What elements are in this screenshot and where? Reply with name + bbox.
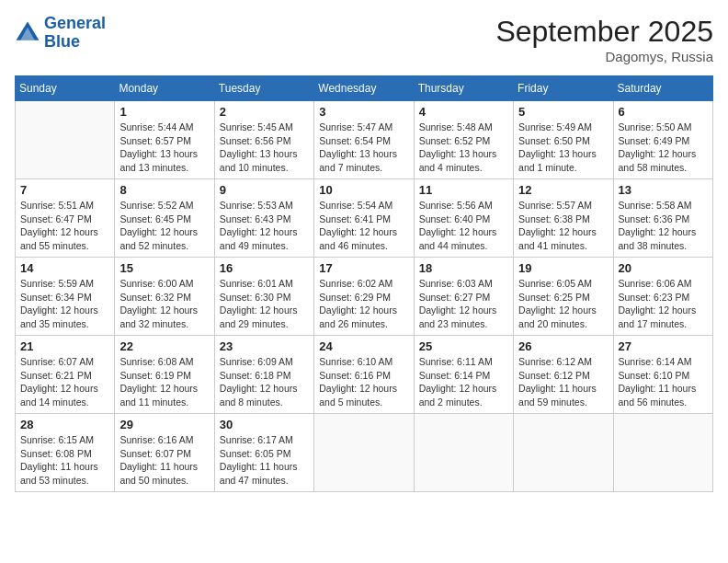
daylight-text: Daylight: 11 hours and 53 minutes. xyxy=(20,460,109,487)
day-number: 19 xyxy=(518,261,608,275)
sunrise-text: Sunrise: 6:14 AM xyxy=(619,355,708,369)
calendar-cell: 30Sunrise: 6:17 AMSunset: 6:05 PMDayligh… xyxy=(214,414,313,492)
day-info: Sunrise: 6:17 AMSunset: 6:05 PMDaylight:… xyxy=(220,433,309,488)
sunset-text: Sunset: 6:29 PM xyxy=(319,291,408,304)
day-number: 21 xyxy=(20,339,109,353)
day-info: Sunrise: 5:47 AMSunset: 6:54 PMDaylight:… xyxy=(319,121,408,175)
day-info: Sunrise: 6:10 AMSunset: 6:16 PMDaylight:… xyxy=(319,355,408,409)
sunset-text: Sunset: 6:23 PM xyxy=(619,291,708,304)
calendar-cell: 24Sunrise: 6:10 AMSunset: 6:16 PMDayligh… xyxy=(314,336,414,414)
logo-text: General Blue xyxy=(44,15,106,52)
calendar-cell: 18Sunrise: 6:03 AMSunset: 6:27 PMDayligh… xyxy=(414,258,513,336)
daylight-text: Daylight: 12 hours and 11 minutes. xyxy=(119,382,209,408)
day-info: Sunrise: 6:14 AMSunset: 6:10 PMDaylight:… xyxy=(619,355,708,409)
daylight-text: Daylight: 12 hours and 35 minutes. xyxy=(20,304,109,330)
day-number: 23 xyxy=(220,339,309,353)
day-number: 8 xyxy=(119,183,209,197)
daylight-text: Daylight: 12 hours and 5 minutes. xyxy=(319,382,408,408)
day-number: 26 xyxy=(518,339,608,353)
calendar-cell: 21Sunrise: 6:07 AMSunset: 6:21 PMDayligh… xyxy=(16,336,115,414)
sunrise-text: Sunrise: 6:17 AM xyxy=(220,433,309,447)
day-info: Sunrise: 5:52 AMSunset: 6:45 PMDaylight:… xyxy=(119,199,209,253)
day-info: Sunrise: 6:03 AMSunset: 6:27 PMDaylight:… xyxy=(419,277,508,331)
day-info: Sunrise: 6:08 AMSunset: 6:19 PMDaylight:… xyxy=(119,355,209,409)
sunrise-text: Sunrise: 6:10 AM xyxy=(319,355,408,369)
calendar-cell: 13Sunrise: 5:58 AMSunset: 6:36 PMDayligh… xyxy=(613,179,712,258)
sunset-text: Sunset: 6:41 PM xyxy=(319,213,408,226)
day-info: Sunrise: 6:00 AMSunset: 6:32 PMDaylight:… xyxy=(119,277,209,331)
sunset-text: Sunset: 6:49 PM xyxy=(619,134,708,148)
day-number: 16 xyxy=(220,261,309,275)
day-number: 10 xyxy=(319,183,408,197)
calendar-cell: 2Sunrise: 5:45 AMSunset: 6:56 PMDaylight… xyxy=(214,101,313,179)
calendar-cell: 1Sunrise: 5:44 AMSunset: 6:57 PMDaylight… xyxy=(115,101,214,179)
day-number: 9 xyxy=(220,183,309,197)
daylight-text: Daylight: 13 hours and 1 minute. xyxy=(518,147,608,174)
daylight-text: Daylight: 12 hours and 17 minutes. xyxy=(619,304,708,330)
sunset-text: Sunset: 6:19 PM xyxy=(119,369,209,383)
day-info: Sunrise: 6:05 AMSunset: 6:25 PMDaylight:… xyxy=(518,277,608,331)
day-number: 27 xyxy=(619,339,708,353)
daylight-text: Daylight: 11 hours and 56 minutes. xyxy=(619,382,708,408)
calendar-cell xyxy=(314,414,414,492)
sunset-text: Sunset: 6:12 PM xyxy=(518,369,608,383)
logo: General Blue xyxy=(15,15,106,52)
sunrise-text: Sunrise: 6:02 AM xyxy=(319,277,408,291)
sunrise-text: Sunrise: 6:16 AM xyxy=(119,433,209,447)
daylight-text: Daylight: 11 hours and 47 minutes. xyxy=(220,460,309,487)
sunrise-text: Sunrise: 5:47 AM xyxy=(319,121,408,134)
calendar-cell: 23Sunrise: 6:09 AMSunset: 6:18 PMDayligh… xyxy=(214,336,313,414)
day-number: 17 xyxy=(319,261,408,275)
weekday-header-monday: Monday xyxy=(115,76,214,101)
day-info: Sunrise: 5:58 AMSunset: 6:36 PMDaylight:… xyxy=(619,199,708,253)
day-number: 15 xyxy=(119,261,209,275)
day-number: 22 xyxy=(119,339,209,353)
day-info: Sunrise: 5:51 AMSunset: 6:47 PMDaylight:… xyxy=(20,199,109,253)
day-info: Sunrise: 6:01 AMSunset: 6:30 PMDaylight:… xyxy=(220,277,309,331)
sunset-text: Sunset: 6:08 PM xyxy=(20,447,109,461)
sunset-text: Sunset: 6:38 PM xyxy=(518,213,608,226)
weekday-header-wednesday: Wednesday xyxy=(314,76,414,101)
sunrise-text: Sunrise: 6:05 AM xyxy=(518,277,608,291)
calendar-cell: 16Sunrise: 6:01 AMSunset: 6:30 PMDayligh… xyxy=(214,258,313,336)
sunrise-text: Sunrise: 6:15 AM xyxy=(20,433,109,447)
sunrise-text: Sunrise: 5:51 AM xyxy=(20,199,109,213)
day-info: Sunrise: 6:06 AMSunset: 6:23 PMDaylight:… xyxy=(619,277,708,331)
calendar-cell: 26Sunrise: 6:12 AMSunset: 6:12 PMDayligh… xyxy=(514,336,613,414)
day-number: 2 xyxy=(220,105,309,119)
daylight-text: Daylight: 12 hours and 55 minutes. xyxy=(20,225,109,252)
sunrise-text: Sunrise: 5:52 AM xyxy=(119,199,209,213)
weekday-header-sunday: Sunday xyxy=(16,76,115,101)
sunset-text: Sunset: 6:36 PM xyxy=(619,213,708,226)
daylight-text: Daylight: 12 hours and 8 minutes. xyxy=(220,382,309,408)
day-number: 3 xyxy=(319,105,408,119)
daylight-text: Daylight: 12 hours and 44 minutes. xyxy=(419,225,508,252)
week-row-5: 28Sunrise: 6:15 AMSunset: 6:08 PMDayligh… xyxy=(16,414,713,492)
sunrise-text: Sunrise: 6:09 AM xyxy=(220,355,309,369)
sunset-text: Sunset: 6:05 PM xyxy=(220,447,309,461)
sunset-text: Sunset: 6:52 PM xyxy=(419,134,508,148)
daylight-text: Daylight: 12 hours and 29 minutes. xyxy=(220,304,309,330)
daylight-text: Daylight: 12 hours and 2 minutes. xyxy=(419,382,508,408)
daylight-text: Daylight: 13 hours and 4 minutes. xyxy=(419,147,508,174)
calendar-cell: 5Sunrise: 5:49 AMSunset: 6:50 PMDaylight… xyxy=(514,101,613,179)
sunrise-text: Sunrise: 5:44 AM xyxy=(119,121,209,134)
calendar-cell: 15Sunrise: 6:00 AMSunset: 6:32 PMDayligh… xyxy=(115,258,214,336)
sunrise-text: Sunrise: 6:12 AM xyxy=(518,355,608,369)
sunset-text: Sunset: 6:07 PM xyxy=(119,447,209,461)
day-info: Sunrise: 6:11 AMSunset: 6:14 PMDaylight:… xyxy=(419,355,508,409)
calendar-cell: 10Sunrise: 5:54 AMSunset: 6:41 PMDayligh… xyxy=(314,179,414,258)
weekday-header-friday: Friday xyxy=(514,76,613,101)
day-info: Sunrise: 6:02 AMSunset: 6:29 PMDaylight:… xyxy=(319,277,408,331)
sunrise-text: Sunrise: 6:11 AM xyxy=(419,355,508,369)
sunrise-text: Sunrise: 6:07 AM xyxy=(20,355,109,369)
day-info: Sunrise: 5:49 AMSunset: 6:50 PMDaylight:… xyxy=(518,121,608,175)
sunrise-text: Sunrise: 5:57 AM xyxy=(518,199,608,213)
sunrise-text: Sunrise: 5:50 AM xyxy=(619,121,708,134)
day-number: 11 xyxy=(419,183,508,197)
daylight-text: Daylight: 11 hours and 50 minutes. xyxy=(119,460,209,487)
sunset-text: Sunset: 6:54 PM xyxy=(319,134,408,148)
sunrise-text: Sunrise: 5:48 AM xyxy=(419,121,508,134)
calendar-cell: 22Sunrise: 6:08 AMSunset: 6:19 PMDayligh… xyxy=(115,336,214,414)
calendar-cell: 11Sunrise: 5:56 AMSunset: 6:40 PMDayligh… xyxy=(414,179,513,258)
